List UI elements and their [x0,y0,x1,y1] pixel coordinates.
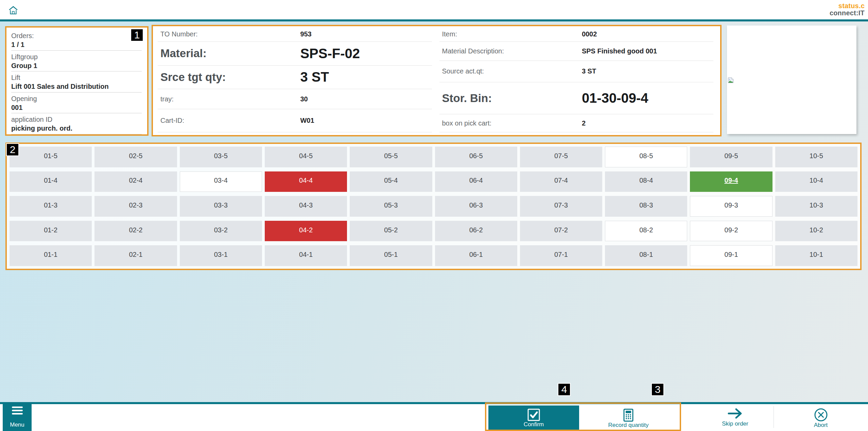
orders-field-label: Liftgroup [11,53,142,61]
detail-row-value: 30 [300,95,432,103]
orders-field: Liftgroup Group 1 [11,51,142,72]
bin-cell[interactable]: 05-1 [350,245,432,266]
arrow-right-icon [728,408,743,420]
menu-button[interactable]: Menu [3,403,32,431]
bin-cell[interactable]: 01-5 [10,147,92,167]
bin-cell[interactable]: 02-2 [94,221,177,242]
bin-cell[interactable]: 10-4 [775,171,857,192]
header-bar: status.c connect:IT [0,0,868,19]
home-button[interactable] [8,5,18,15]
bin-cell[interactable]: 03-4 [180,171,262,192]
bin-cell[interactable]: 09-1 [690,245,772,266]
bin-cell[interactable]: 09-5 [690,147,772,167]
detail-row-label: box on pick cart: [439,119,582,127]
bin-cell[interactable]: 02-3 [94,196,177,217]
bin-cell[interactable]: 04-1 [265,245,347,266]
bin-cell[interactable]: 05-2 [350,221,432,242]
detail-row-label: Item: [439,30,582,38]
bin-cell[interactable]: 08-5 [605,147,687,167]
bin-cell[interactable]: 07-4 [520,171,602,192]
bin-cell[interactable]: 01-3 [10,196,92,217]
skip-order-button-label: Skip order [722,420,748,427]
bin-cell[interactable]: 02-1 [94,245,177,266]
detail-row-label: Source act.qt: [439,67,582,75]
skip-order-button[interactable]: Skip order [697,405,773,430]
orders-field: Opening 001 [11,93,142,114]
detail-row: Material: SPS-F-02 [158,42,432,66]
detail-row: Item: 0002 [439,27,714,42]
abort-button[interactable]: Abort [775,405,867,430]
bin-cell[interactable]: 01-1 [10,245,92,266]
detail-row: Srce tgt qty: 3 ST [158,66,432,89]
detail-row-value: SPS Finished good 001 [582,47,713,55]
bin-grid: 01-5 02-5 03-5 04-5 05-5 06-5 07-5 08-5 … [5,143,862,270]
orders-panel: Orders: 1 / 1 Liftgroup Group 1 Lift Lif… [5,26,149,136]
detail-row-value: 01-30-09-4 [582,90,713,106]
material-image-card [727,26,856,134]
bin-cell[interactable]: 05-3 [350,196,432,217]
bin-cell[interactable]: 06-1 [435,245,517,266]
hamburger-icon [11,406,23,421]
bin-cell[interactable]: 01-2 [10,221,92,242]
bin-cell[interactable]: 03-5 [180,147,262,167]
bin-cell[interactable]: 02-5 [94,147,177,167]
orders-field-label: application ID [11,116,142,123]
detail-row: tray: 30 [158,89,432,110]
bin-cell[interactable]: 07-1 [520,245,602,266]
annotation-badge-3: 3 [651,383,664,396]
orders-field-label: Opening [11,95,142,103]
bin-cell[interactable]: 08-4 [605,171,687,192]
bin-cell[interactable]: 05-4 [350,171,432,192]
bin-cell[interactable]: 06-4 [435,171,517,192]
confirm-button-label: Confirm [524,421,544,428]
bin-cell[interactable]: 04-3 [265,196,347,217]
detail-row: TO Number: 953 [158,27,432,42]
bin-cell[interactable]: 04-5 [265,147,347,167]
abort-button-label: Abort [814,422,828,429]
orders-field-label: Lift [11,74,142,82]
bin-cell[interactable]: 07-5 [520,147,602,167]
bin-cell[interactable]: 05-5 [350,147,432,167]
bin-cell[interactable]: 10-5 [775,147,857,167]
order-detail-panel: TO Number: 953 Material: SPS-F-02 Srce t… [152,25,722,136]
bin-cell[interactable]: 10-2 [775,221,857,242]
detail-row-value: W01 [300,117,432,125]
home-icon [8,11,18,16]
orders-field-value: Group 1 [11,62,142,70]
detail-row: Material Description: SPS Finished good … [439,42,714,61]
detail-row: box on pick cart: 2 [439,114,714,132]
bin-cell[interactable]: 09-3 [690,196,772,217]
bin-cell[interactable]: 10-3 [775,196,857,217]
detail-row-value: 2 [582,119,713,127]
bin-cell[interactable]: 03-1 [180,245,262,266]
bin-cell[interactable]: 01-4 [10,171,92,192]
detail-row: Stor. Bin: 01-30-09-4 [439,82,714,115]
orders-field: application ID picking purch. ord. [11,113,142,134]
checkbox-checked-icon [527,409,540,421]
orders-field-label: Orders: [11,32,142,40]
detail-column-right: Item: 0002 Material Description: SPS Fin… [437,27,718,132]
record-quantity-button[interactable]: Record quantity [580,405,677,430]
bin-cell[interactable]: 04-2 [265,221,347,242]
confirm-button[interactable]: Confirm [488,405,579,430]
bin-cell[interactable]: 09-4 [690,171,772,192]
bin-cell[interactable]: 03-2 [180,221,262,242]
orders-field: Orders: 1 / 1 [11,30,142,51]
bin-cell[interactable]: 06-2 [435,221,517,242]
bin-cell[interactable]: 09-2 [690,221,772,242]
bin-cell[interactable]: 02-4 [94,171,177,192]
bin-cell[interactable]: 07-3 [520,196,602,217]
bin-cell[interactable]: 03-3 [180,196,262,217]
bin-cell[interactable]: 06-5 [435,147,517,167]
bin-cell[interactable]: 08-2 [605,221,687,242]
annotation-badge-1: 1 [131,29,143,42]
bin-cell[interactable]: 04-4 [265,171,347,192]
orders-field-value: 1 / 1 [11,41,142,49]
detail-row-label: Srce tgt qty: [158,71,300,84]
detail-row-value: 0002 [582,30,713,38]
bin-cell[interactable]: 08-3 [605,196,687,217]
bin-cell[interactable]: 08-1 [605,245,687,266]
bin-cell[interactable]: 06-3 [435,196,517,217]
bin-cell[interactable]: 10-1 [775,245,857,266]
bin-cell[interactable]: 07-2 [520,221,602,242]
